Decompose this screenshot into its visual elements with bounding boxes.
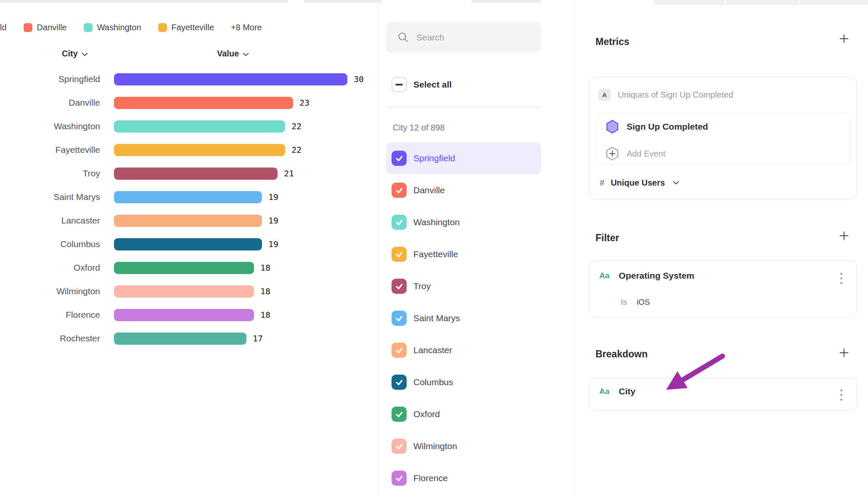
city-list-item[interactable]: Fayetteville bbox=[386, 238, 541, 270]
check-icon bbox=[395, 410, 404, 419]
select-all-label: Select all bbox=[413, 80, 452, 90]
city-list-item[interactable]: Oxford bbox=[386, 398, 541, 430]
city-list-item[interactable]: Washington bbox=[386, 206, 541, 238]
add-filter-button[interactable] bbox=[837, 229, 851, 242]
bar-label: Troy bbox=[0, 168, 100, 178]
bar[interactable] bbox=[114, 120, 285, 133]
check-icon bbox=[395, 314, 404, 323]
chart-row: Columbus 19 bbox=[0, 232, 378, 256]
breakdown-heading: Breakdown bbox=[595, 349, 648, 360]
breakdown-menu-button[interactable] bbox=[835, 386, 847, 403]
legend-swatch bbox=[158, 23, 167, 32]
city-list-item[interactable]: Troy bbox=[386, 270, 541, 302]
city-list-item[interactable]: Saint Marys bbox=[386, 302, 541, 334]
minus-icon bbox=[395, 84, 403, 85]
legend-swatch bbox=[24, 23, 32, 32]
check-icon bbox=[395, 250, 404, 259]
breakdown-bar-chart-panel: ld Danville Washington Fayetteville +8 M… bbox=[0, 0, 378, 495]
city-checkbox[interactable] bbox=[392, 311, 407, 326]
city-checkbox[interactable] bbox=[392, 151, 407, 166]
bar[interactable] bbox=[114, 215, 262, 227]
metric-summary-label: Uniques of Sign Up Completed bbox=[618, 90, 733, 100]
search-input[interactable] bbox=[416, 32, 530, 43]
city-checkbox[interactable] bbox=[392, 247, 407, 262]
bar[interactable] bbox=[114, 262, 254, 274]
city-list-item[interactable]: Wilmington bbox=[386, 430, 541, 462]
bar[interactable] bbox=[114, 73, 347, 85]
city-checkbox[interactable] bbox=[392, 215, 407, 230]
breakdown-property-row[interactable]: Aa City bbox=[599, 386, 635, 397]
city-list-item[interactable]: Lancaster bbox=[386, 334, 541, 366]
column-header-city[interactable]: City bbox=[62, 49, 88, 59]
breakdown-property-name: City bbox=[619, 386, 635, 397]
legend-label: Fayetteville bbox=[172, 23, 214, 32]
metric-summary-row: A Uniques of Sign Up Completed bbox=[598, 89, 733, 101]
city-list-item[interactable]: Columbus bbox=[386, 366, 541, 398]
bar-value: 18 bbox=[260, 286, 270, 296]
plus-icon bbox=[839, 347, 849, 358]
bar[interactable] bbox=[114, 97, 293, 109]
city-list-item[interactable]: Springfield bbox=[386, 142, 541, 174]
bar-label: Lancaster bbox=[0, 216, 100, 226]
city-label: Troy bbox=[413, 281, 431, 291]
legend-item[interactable]: Danville bbox=[24, 23, 67, 32]
filter-menu-button[interactable] bbox=[835, 270, 847, 287]
filter-property-row[interactable]: Aa Operating System bbox=[599, 271, 694, 281]
chart-row: Danville 23 bbox=[0, 91, 378, 114]
add-breakdown-button[interactable] bbox=[837, 346, 851, 359]
event-name: Sign Up Completed bbox=[627, 122, 708, 132]
add-metric-button[interactable] bbox=[837, 32, 851, 45]
filter-condition-row[interactable]: Is iOS bbox=[621, 298, 650, 307]
add-event-row[interactable]: Add Event bbox=[606, 146, 665, 161]
city-checkbox[interactable] bbox=[392, 439, 407, 454]
bar-label: Columbus bbox=[0, 239, 100, 249]
city-label: Oxford bbox=[413, 409, 440, 419]
city-checkbox[interactable] bbox=[392, 183, 407, 198]
bar[interactable] bbox=[114, 285, 254, 298]
chart-legend: ld Danville Washington Fayetteville +8 M… bbox=[0, 21, 262, 34]
string-type-icon: Aa bbox=[599, 387, 609, 396]
filter-heading: Filter bbox=[595, 232, 619, 244]
city-checkbox[interactable] bbox=[392, 375, 407, 390]
city-checkbox[interactable] bbox=[392, 407, 407, 422]
city-checkbox[interactable] bbox=[392, 279, 407, 294]
legend-item[interactable]: Washington bbox=[84, 23, 141, 32]
chart-row: Washington 22 bbox=[0, 114, 378, 138]
bar-label: Saint Marys bbox=[0, 192, 100, 202]
legend-more-label[interactable]: +8 More bbox=[231, 23, 262, 32]
measure-label: Unique Users bbox=[611, 178, 665, 188]
city-label: Columbus bbox=[413, 377, 453, 387]
chevron-down-icon bbox=[243, 53, 249, 56]
chevron-down-icon bbox=[673, 181, 679, 185]
city-checkbox[interactable] bbox=[392, 343, 407, 358]
legend-item[interactable]: Fayetteville bbox=[158, 23, 214, 32]
bar-label: Springfield bbox=[0, 74, 100, 84]
search-icon bbox=[397, 32, 409, 43]
column-header-value[interactable]: Value bbox=[217, 49, 249, 59]
bar-label: Danville bbox=[0, 98, 100, 108]
bar[interactable] bbox=[114, 144, 285, 156]
chart-row: Springfield 30 bbox=[0, 67, 378, 91]
city-checkbox[interactable] bbox=[392, 471, 407, 486]
bar-value: 18 bbox=[260, 310, 270, 320]
legend-label: Washington bbox=[97, 23, 141, 32]
bar[interactable] bbox=[114, 191, 262, 203]
city-label: Wilmington bbox=[413, 441, 457, 451]
search-box[interactable] bbox=[386, 22, 541, 53]
bar[interactable] bbox=[114, 168, 278, 180]
bar[interactable] bbox=[114, 333, 246, 345]
bar[interactable] bbox=[114, 238, 262, 250]
city-count-label: City 12 of 898 bbox=[393, 123, 445, 133]
city-list-item[interactable]: Florence bbox=[386, 462, 541, 494]
event-row[interactable]: Sign Up Completed bbox=[606, 120, 708, 134]
bar[interactable] bbox=[114, 309, 254, 321]
measure-dropdown[interactable]: # Unique Users bbox=[600, 178, 679, 188]
select-all-row[interactable]: Select all bbox=[392, 77, 452, 92]
string-type-icon: Aa bbox=[599, 271, 609, 280]
select-all-checkbox[interactable] bbox=[392, 77, 407, 92]
bar-label: Rochester bbox=[0, 333, 100, 343]
legend-item-partial[interactable]: ld bbox=[0, 23, 7, 32]
kebab-icon bbox=[840, 389, 842, 391]
check-icon bbox=[395, 218, 404, 227]
city-list-item[interactable]: Danville bbox=[386, 174, 541, 206]
